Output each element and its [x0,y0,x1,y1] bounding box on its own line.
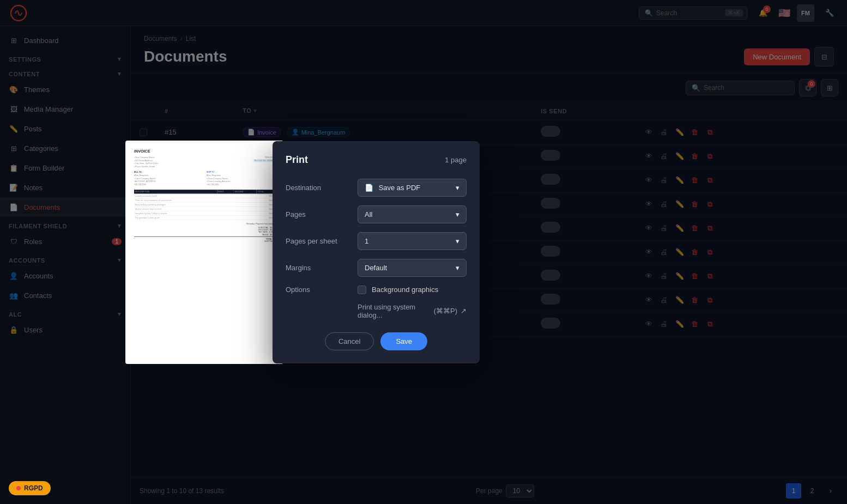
background-graphics-checkbox[interactable] [358,286,366,294]
cancel-button[interactable]: Cancel [325,332,374,350]
rgpd-badge[interactable]: RGPD [9,481,51,495]
options-label: Options [286,286,351,294]
destination-field: Destination 📄 Save as PDF ▾ [286,179,467,197]
destination-label: Destination [286,184,351,192]
print-dialog-title: Print [286,154,308,166]
background-graphics-option: Background graphics [358,286,467,294]
system-dialog-link[interactable]: Print using system dialog... (⌘⌘P) ↗ [358,303,467,319]
system-dialog-row: Print using system dialog... (⌘⌘P) ↗ [286,303,467,319]
rgpd-label: RGPD [24,484,43,492]
rgpd-dot [16,486,21,490]
margins-select[interactable]: Default ▾ [358,259,467,277]
destination-select[interactable]: 📄 Save as PDF ▾ [358,179,467,197]
print-dialog-pages: 1 page [445,156,467,164]
external-link-icon: ↗ [461,307,467,315]
pages-field: Pages All ▾ [286,205,467,223]
pages-per-sheet-field: Pages per sheet 1 ▾ [286,232,467,250]
destination-value: 📄 Save as PDF [365,184,420,192]
print-overlay: INVOICE <Your Company Name> <123 Street … [0,0,847,504]
print-dialog-header: Print 1 page [286,154,467,166]
options-field: Options Background graphics [286,286,467,294]
pages-label: Pages [286,210,351,218]
pps-chevron-icon: ▾ [456,237,459,245]
pages-per-sheet-select[interactable]: 1 ▾ [358,232,467,250]
pages-select[interactable]: All ▾ [358,205,467,223]
invoice-preview-title: INVOICE [134,149,275,154]
margins-label: Margins [286,264,351,272]
print-dialog-actions: Cancel Save [286,332,467,350]
background-graphics-label: Background graphics [372,286,438,294]
invoice-preview-content: INVOICE <Your Company Name> <123 Street … [134,149,275,242]
pages-chevron-icon: ▾ [456,210,459,218]
destination-chevron-icon: ▾ [456,184,459,192]
margins-chevron-icon: ▾ [456,264,459,272]
save-button[interactable]: Save [380,332,427,350]
margins-field: Margins Default ▾ [286,259,467,277]
print-dialog: Print 1 page Destination 📄 Save as PDF ▾… [273,141,480,363]
pdf-icon: 📄 [365,184,373,192]
pages-per-sheet-label: Pages per sheet [286,237,351,245]
print-preview: INVOICE <Your Company Name> <123 Street … [125,141,283,364]
